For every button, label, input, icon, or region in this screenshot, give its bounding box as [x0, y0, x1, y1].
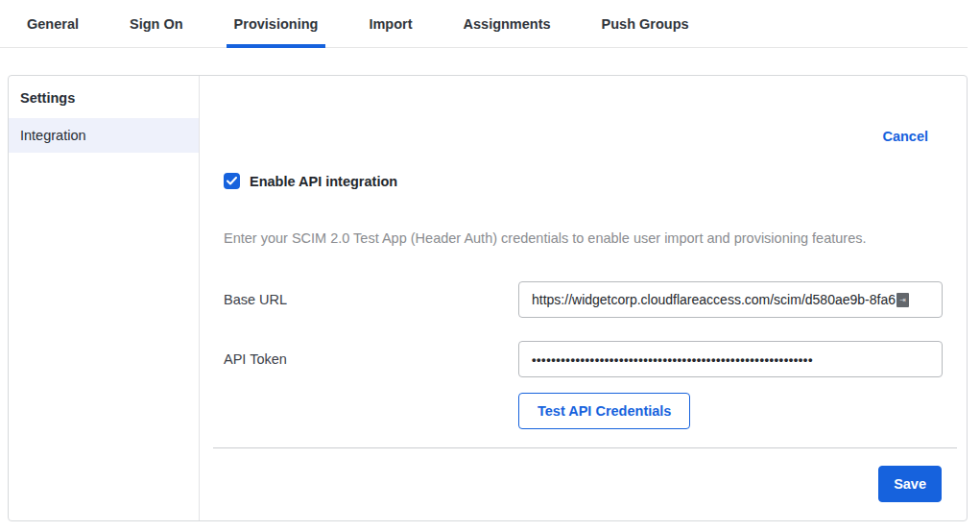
sidebar-item-integration[interactable]: Integration	[9, 118, 199, 153]
base-url-value: https://widgetcorp.cloudflareaccess.com/…	[532, 292, 896, 307]
sidebar-header-settings: Settings	[9, 84, 199, 118]
overflow-cursor-icon: ⇥	[896, 293, 909, 307]
test-credentials-row: Test API Credentials	[224, 393, 943, 429]
footer-divider	[213, 447, 957, 448]
settings-sidebar: Settings Integration	[9, 76, 200, 520]
tab-assignments[interactable]: Assignments	[456, 3, 559, 48]
tab-import[interactable]: Import	[361, 3, 419, 48]
test-api-credentials-button[interactable]: Test API Credentials	[518, 393, 690, 429]
tab-sign-on[interactable]: Sign On	[122, 3, 191, 48]
api-token-label: API Token	[224, 351, 287, 367]
enable-api-integration-row: Enable API integration	[224, 173, 943, 189]
form-footer-actions: Save	[224, 466, 943, 502]
base-url-input[interactable]: https://widgetcorp.cloudflareaccess.com/…	[518, 281, 943, 318]
base-url-row: Base URL https://widgetcorp.cloudflareac…	[224, 281, 943, 318]
api-token-masked-value: ••••••••••••••••••••••••••••••••••••••••…	[532, 352, 813, 367]
tab-push-groups[interactable]: Push Groups	[594, 3, 697, 48]
enable-api-integration-label: Enable API integration	[250, 174, 397, 189]
app-tab-bar: General Sign On Provisioning Import Assi…	[0, 0, 968, 48]
provisioning-panel: Settings Integration Cancel Enable API i…	[8, 75, 968, 521]
checkmark-icon	[227, 177, 237, 185]
form-header-actions: Cancel	[224, 128, 943, 145]
cancel-link[interactable]: Cancel	[882, 129, 928, 144]
enable-api-integration-checkbox[interactable]	[224, 173, 240, 189]
save-button[interactable]: Save	[878, 466, 942, 502]
base-url-label: Base URL	[224, 292, 287, 307]
credentials-description: Enter your SCIM 2.0 Test App (Header Aut…	[224, 230, 943, 246]
api-token-row: API Token ••••••••••••••••••••••••••••••…	[224, 341, 943, 377]
tab-provisioning[interactable]: Provisioning	[227, 3, 326, 48]
api-token-input[interactable]: ••••••••••••••••••••••••••••••••••••••••…	[518, 341, 943, 377]
integration-settings-form: Cancel Enable API integration Enter your…	[200, 76, 967, 520]
tab-general[interactable]: General	[19, 3, 86, 48]
